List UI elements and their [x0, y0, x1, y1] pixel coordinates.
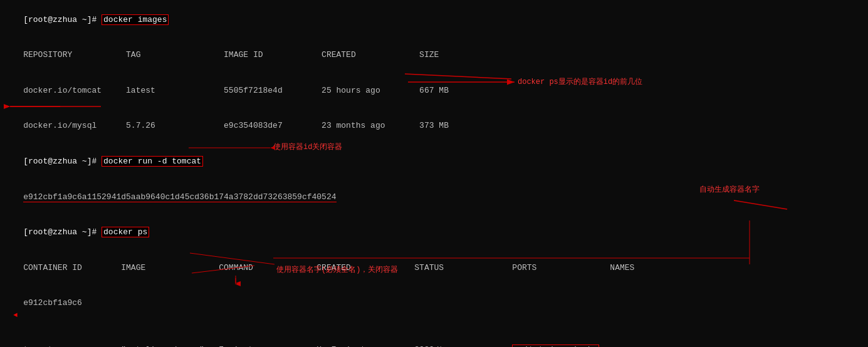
annotation-2: 使用容器id关闭容器: [273, 142, 342, 152]
line-9: e912cbf1a9c6 ◄ tomcat "catalina.sh run" …: [4, 286, 864, 347]
cmd-docker-ps-1: docker ps: [102, 227, 149, 237]
terminal-container: [root@zzhua ~]# docker images REPOSITORY…: [4, 3, 864, 347]
header-images: REPOSITORY TAG IMAGE ID CREATED SIZE: [23, 50, 439, 60]
line-7: [root@zzhua ~]# docker ps: [4, 215, 864, 251]
cmd-docker-run-tomcat-1: docker run -d tomcat: [102, 156, 203, 167]
line-8: CONTAINER ID IMAGE COMMAND CREATED STATU…: [4, 251, 864, 286]
full-container-id-1: e912cbf1a9c6a1152941d5aab9640c1d45cd36b1…: [23, 192, 336, 202]
container-id-short-1: e912cbf1a9c6: [23, 298, 82, 308]
line-3: docker.io/tomcat latest 5505f7218e4d 25 …: [4, 73, 864, 109]
arrow-left-1: ◄: [13, 311, 18, 321]
line-4: docker.io/mysql 5.7.26 e9c354083de7 23 m…: [4, 109, 864, 145]
annotation-1: docker ps显示的是容器id的前几位: [518, 76, 642, 87]
line-2: REPOSITORY TAG IMAGE ID CREATED SIZE: [4, 38, 864, 74]
prompt-7: [root@zzhua ~]#: [23, 227, 102, 237]
prompt-5: [root@zzhua ~]#: [23, 157, 102, 166]
annotation-4: 使用容器名字(必须全名)，关闭容器: [276, 264, 398, 275]
line-5: [root@zzhua ~]# docker run -d tomcat: [4, 144, 864, 180]
line-1: [root@zzhua ~]# docker images: [4, 3, 864, 38]
container-name-1: agitated_meninsky: [512, 344, 599, 347]
prompt-1: [root@zzhua ~]#: [23, 15, 102, 24]
annotation-3: 自动生成容器名字: [699, 184, 760, 195]
cmd-docker-images: docker images: [102, 14, 169, 25]
